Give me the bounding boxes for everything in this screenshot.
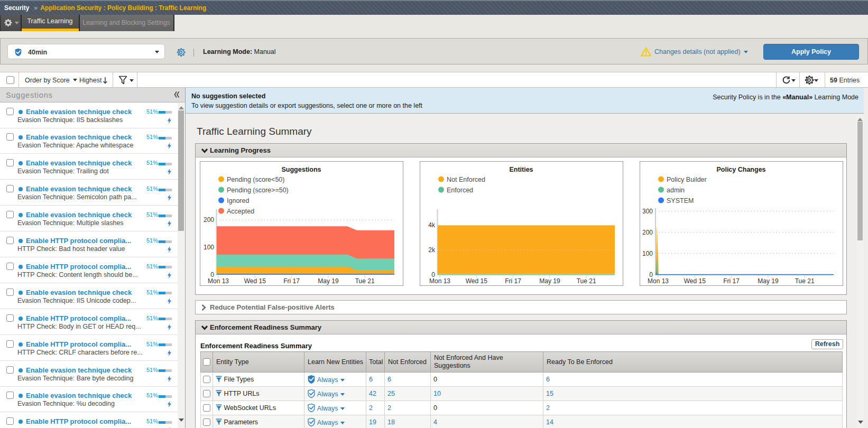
svg-text:Mon 13: Mon 13	[429, 277, 450, 285]
svg-text:SYSTEM: SYSTEM	[667, 197, 694, 204]
svg-text:100: 100	[203, 244, 214, 251]
svg-text:Fri 17: Fri 17	[505, 277, 521, 285]
svg-text:Mon 13: Mon 13	[207, 277, 228, 285]
svg-text:100: 100	[642, 250, 652, 257]
svg-text:Entities: Entities	[509, 166, 533, 173]
svg-text:Pending (score<50): Pending (score<50)	[227, 176, 284, 183]
svg-text:Pending (score>=50): Pending (score>=50)	[227, 187, 289, 194]
svg-text:Wed 15: Wed 15	[465, 277, 487, 285]
svg-text:Enforced: Enforced	[447, 187, 473, 194]
svg-text:Tue 21: Tue 21	[355, 277, 374, 285]
svg-text:Tue 21: Tue 21	[795, 277, 814, 285]
svg-text:Accepted: Accepted	[227, 208, 254, 215]
svg-text:Fri 17: Fri 17	[283, 277, 300, 285]
svg-text:Policy Changes: Policy Changes	[716, 166, 765, 173]
svg-text:Policy Builder: Policy Builder	[667, 176, 707, 183]
svg-text:300: 300	[642, 208, 652, 215]
svg-text:Mon 13: Mon 13	[647, 277, 668, 285]
svg-text:May 19: May 19	[539, 277, 560, 285]
svg-text:Fri 17: Fri 17	[723, 277, 740, 285]
svg-text:Not Enforced: Not Enforced	[447, 176, 485, 183]
svg-text:2k: 2k	[428, 246, 436, 254]
svg-text:200: 200	[642, 229, 652, 236]
svg-text:Suggestions: Suggestions	[281, 166, 321, 173]
svg-text:4k: 4k	[428, 221, 436, 229]
svg-text:Ignored: Ignored	[227, 197, 249, 204]
svg-text:Tue 21: Tue 21	[576, 277, 596, 285]
svg-text:200: 200	[203, 216, 214, 224]
svg-text:Wed 15: Wed 15	[244, 277, 265, 285]
svg-text:Wed 15: Wed 15	[684, 277, 705, 285]
svg-text:May 19: May 19	[318, 277, 339, 285]
svg-text:admin: admin	[667, 187, 685, 194]
svg-text:May 19: May 19	[758, 277, 779, 285]
